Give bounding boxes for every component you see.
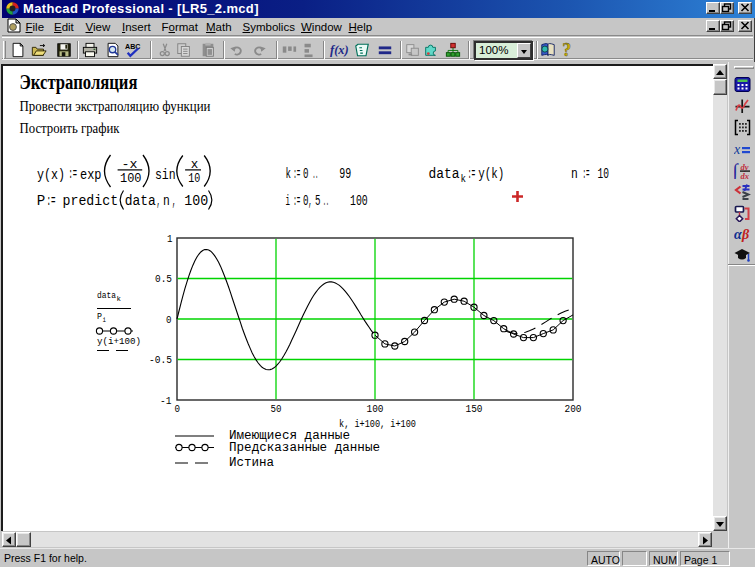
svg-text:Экстраполяция: Экстраполяция [20,71,138,94]
svg-text:predict: predict [63,193,119,209]
svg-text:exp: exp [80,167,102,183]
svg-text:-1: -1 [160,395,172,407]
svg-text:?: ? [562,40,571,60]
svg-text:k: k [117,294,122,303]
svg-text:sin: sin [155,167,176,183]
svg-text:-0.5: -0.5 [149,354,172,366]
svg-text:data: data [429,166,460,182]
svg-text:∫: ∫ [734,162,740,179]
svg-text:10: 10 [188,172,200,186]
svg-text:200: 200 [565,403,582,415]
svg-text:y(k): y(k) [478,166,504,182]
svg-text:y(i+100): y(i+100) [97,336,141,347]
svg-text:Построить график: Построить график [20,121,120,136]
svg-text::=: := [69,166,78,182]
svg-text:P: P [37,193,46,209]
svg-text:data: data [125,193,156,209]
svg-text:P: P [97,311,102,322]
svg-text:f(x): f(x) [330,43,349,57]
svg-text:x: x [734,142,741,157]
svg-text::=: := [583,166,590,182]
svg-text:Истина: Истина [229,456,274,470]
svg-text:50: 50 [271,403,282,415]
svg-text:α: α [734,227,742,242]
svg-text::=: := [293,166,300,182]
svg-text:100: 100 [350,193,368,209]
svg-text:,: , [172,193,176,209]
svg-text:k: k [286,166,292,182]
svg-text:k, i+100, i+100: k, i+100, i+100 [339,419,416,430]
svg-text:,: , [157,193,161,209]
svg-text:0.5: 0.5 [155,273,172,285]
svg-text:..: .. [312,166,318,182]
svg-text:0: 0 [303,166,309,182]
svg-text:k: k [460,174,466,185]
svg-text:Провести экстраполяцию функции: Провести экстраполяцию функции [20,99,211,114]
svg-text:i: i [286,193,291,209]
svg-text:5: 5 [315,193,321,209]
svg-text:10: 10 [597,166,609,182]
svg-text:100: 100 [184,193,208,209]
svg-text:1: 1 [167,233,173,245]
svg-text:100: 100 [367,403,384,415]
svg-text:i: i [103,315,107,324]
svg-text::=: := [47,193,56,209]
svg-text:0: 0 [166,314,172,326]
svg-text:β: β [741,227,750,242]
svg-text:Предсказанные данные: Предсказанные данные [229,441,380,455]
svg-text:data: data [97,290,116,301]
svg-text:..: .. [323,193,329,209]
svg-text:100: 100 [120,172,142,186]
svg-text:n: n [163,193,170,209]
svg-text:y(x): y(x) [37,167,65,183]
svg-text::=: := [293,193,300,209]
svg-text:99: 99 [339,166,351,182]
svg-text:n: n [571,166,578,182]
svg-text:0: 0 [175,403,181,415]
svg-text:150: 150 [466,403,483,415]
svg-text::=: := [468,166,476,182]
svg-text:,: , [308,193,312,209]
